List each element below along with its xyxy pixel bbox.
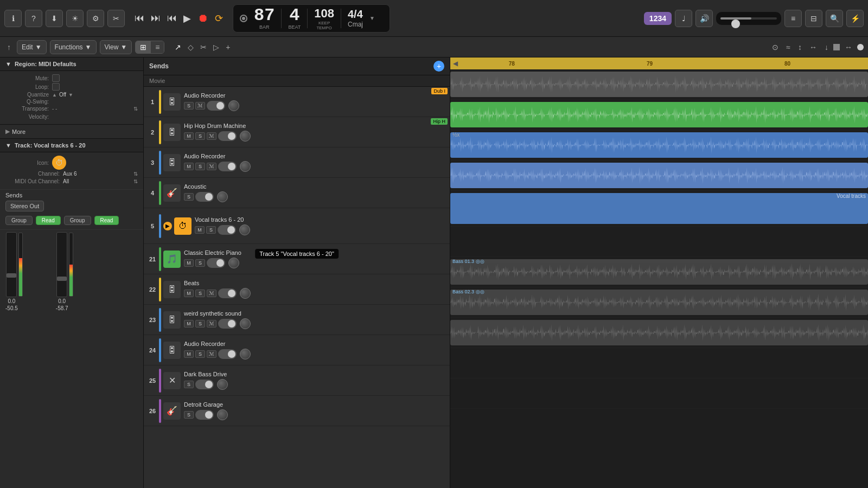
- info-btn[interactable]: ℹ: [4, 10, 22, 27]
- track-toggle[interactable]: [195, 410, 214, 420]
- track-volume-knob[interactable]: [240, 161, 251, 172]
- track-row[interactable]: 2 🎛 Hip Hop Drum Machine MSℳ Hip H: [144, 117, 450, 147]
- functions-dropdown[interactable]: Functions ▼: [50, 40, 97, 54]
- track-row[interactable]: 21 🎵 Classic Electric Piano MS: [144, 244, 450, 274]
- track-s-btn[interactable]: S: [195, 290, 205, 297]
- add-track-btn[interactable]: +: [433, 61, 444, 72]
- channel-stepper[interactable]: ⇅: [133, 171, 138, 177]
- cycle-btn[interactable]: ⟳: [213, 10, 225, 27]
- midi-out-stepper[interactable]: ⇅: [133, 178, 138, 184]
- track-toggle[interactable]: [218, 349, 237, 359]
- track-row[interactable]: 26 🎸 Detroit Garage S: [144, 396, 450, 426]
- zoom-expand-btn[interactable]: ↔: [842, 41, 855, 53]
- counter-display[interactable]: 1234: [644, 12, 672, 25]
- zoom-fit-btn[interactable]: ⊙: [769, 41, 781, 53]
- grid-view-btn[interactable]: ⊞: [136, 41, 151, 53]
- read-btn-1[interactable]: Read: [36, 216, 61, 225]
- zoom-down-btn[interactable]: ↓: [822, 41, 831, 53]
- quantize-down-arrow[interactable]: ▼: [68, 92, 73, 98]
- pointer-tool[interactable]: ▷: [210, 41, 222, 53]
- track-s-btn[interactable]: S: [195, 259, 205, 267]
- track-row[interactable]: 5 ▶ ⏱ Vocal tracks 6 - 20 MS Track 5 "Vo…: [144, 208, 450, 244]
- play-btn[interactable]: ▶: [181, 10, 193, 27]
- fader-track-right[interactable]: [56, 232, 67, 297]
- track-toggle[interactable]: [195, 192, 214, 202]
- time-sig-display[interactable]: 4/4 Cmaj: [348, 8, 363, 28]
- track-volume-knob[interactable]: [240, 349, 251, 359]
- tempo-display[interactable]: 108 KEEP TEMPO: [314, 7, 334, 30]
- track-midi-btn[interactable]: ℳ: [207, 320, 216, 328]
- group-btn-2[interactable]: Group: [64, 216, 91, 225]
- rewind-btn[interactable]: ⏮: [132, 10, 146, 26]
- to-end-btn[interactable]: ⏮: [165, 10, 179, 26]
- track-s-btn[interactable]: S: [195, 320, 205, 328]
- group-btn-1[interactable]: Group: [5, 216, 33, 225]
- track-row[interactable]: 24 🎛 Audio Recorder MSℳ: [144, 335, 450, 365]
- plugin-btn[interactable]: ⚡: [846, 10, 864, 27]
- track-s-btn[interactable]: S: [206, 226, 216, 234]
- pencil-tool[interactable]: ↗: [172, 41, 184, 53]
- track-volume-knob[interactable]: [228, 100, 239, 111]
- scissors-btn[interactable]: ✂: [107, 10, 125, 27]
- zoom-vertical-btn[interactable]: ↕: [795, 41, 805, 53]
- track-midi-btn[interactable]: ℳ: [207, 163, 216, 170]
- track-toggle[interactable]: [218, 131, 237, 141]
- download-btn[interactable]: ⬇: [46, 10, 63, 27]
- piano-btn[interactable]: ⊟: [805, 10, 822, 27]
- zoom-waveform-btn[interactable]: ≈: [783, 41, 793, 53]
- curve-tool[interactable]: ◇: [185, 41, 196, 53]
- track-midi-btn[interactable]: ℳ: [207, 290, 216, 297]
- track-m-btn[interactable]: M: [184, 350, 194, 358]
- plus-tool[interactable]: +: [223, 41, 233, 53]
- track-s-btn[interactable]: S: [184, 411, 194, 419]
- brightness-btn[interactable]: ☀: [66, 10, 84, 27]
- track-s-btn[interactable]: S: [195, 132, 205, 140]
- fader-track-left[interactable]: [6, 232, 17, 297]
- track-m-btn[interactable]: M: [184, 132, 194, 140]
- track-toggle[interactable]: [207, 101, 225, 111]
- tuner-btn[interactable]: ♩: [675, 10, 692, 27]
- search-btn[interactable]: 🔍: [826, 10, 843, 27]
- mute-checkbox[interactable]: [52, 74, 60, 82]
- track-m-btn[interactable]: M: [184, 290, 194, 297]
- track-icon-display[interactable]: ⏱: [52, 156, 66, 170]
- timeline-scroll-left[interactable]: ◀: [453, 60, 458, 67]
- edit-dropdown[interactable]: Edit ▼: [17, 40, 47, 54]
- zoom-horizontal-btn[interactable]: ↔: [807, 41, 820, 53]
- track-m-btn[interactable]: M: [184, 259, 194, 267]
- track-volume-knob[interactable]: [240, 288, 251, 299]
- track-row[interactable]: 25 ✕ Dark Bass Drive S: [144, 365, 450, 396]
- track-midi-btn[interactable]: ℳ: [195, 102, 205, 110]
- region-header[interactable]: ▼ Region: MIDI Defaults: [0, 57, 143, 71]
- read-btn-2[interactable]: Read: [94, 216, 119, 225]
- track-m-btn[interactable]: M: [195, 226, 205, 234]
- track-volume-knob[interactable]: [217, 409, 228, 420]
- track-row[interactable]: 4 🎸 Acoustic S: [144, 178, 450, 208]
- track-m-btn[interactable]: M: [184, 163, 194, 170]
- transpose-stepper[interactable]: ⇅: [133, 106, 138, 112]
- track-s-btn[interactable]: S: [195, 350, 205, 358]
- view-dropdown[interactable]: View ▼: [100, 40, 132, 54]
- track-volume-knob[interactable]: [240, 318, 251, 329]
- track-toggle[interactable]: [218, 225, 236, 235]
- track-s-btn[interactable]: S: [184, 381, 194, 388]
- track-volume-knob[interactable]: [217, 191, 228, 202]
- track-row[interactable]: 1 🎛 Audio Recorder Sℳ Dub I: [144, 87, 450, 117]
- record-btn[interactable]: ⏺: [195, 10, 210, 27]
- track-toggle[interactable]: [218, 288, 237, 298]
- track-midi-btn[interactable]: ℳ: [207, 350, 216, 358]
- more-section[interactable]: ▶ More: [0, 124, 143, 138]
- scissors-tool[interactable]: ✂: [197, 41, 209, 53]
- stereo-out-btn[interactable]: Stereo Out: [5, 201, 44, 211]
- mixer-btn[interactable]: ⚙: [87, 10, 104, 27]
- track-s-btn[interactable]: S: [184, 193, 194, 201]
- navigate-up-btn[interactable]: ↑: [4, 41, 14, 53]
- track-volume-knob[interactable]: [217, 379, 228, 390]
- list-view-btn[interactable]: ≡: [151, 41, 164, 53]
- track-toggle[interactable]: [218, 319, 237, 329]
- track-row[interactable]: 3 🎛 Audio Recorder MSℳ: [144, 147, 450, 178]
- track-toggle[interactable]: [195, 380, 214, 389]
- track-toggle[interactable]: [218, 162, 237, 171]
- track-volume-knob[interactable]: [228, 258, 239, 268]
- track-m-btn[interactable]: M: [184, 320, 194, 328]
